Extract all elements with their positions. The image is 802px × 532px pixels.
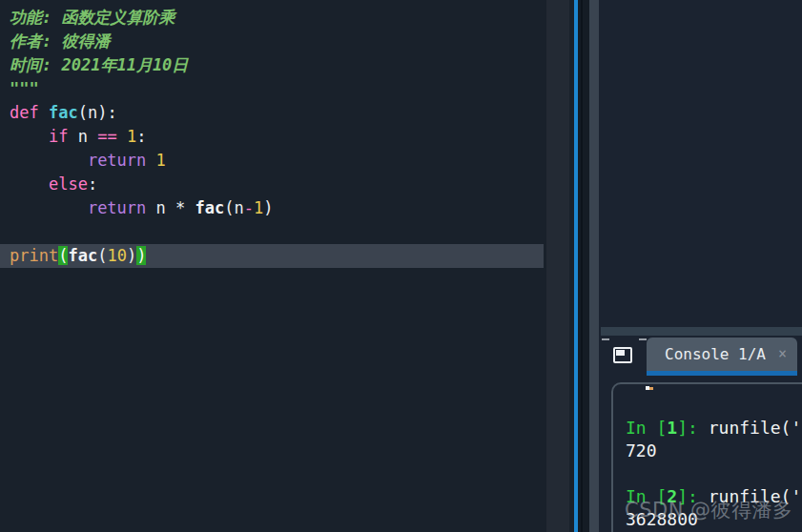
panel-header-strip[interactable] [601,327,802,336]
token-tx [10,174,49,194]
token-kw2: return [88,198,146,217]
scrolled-text-remnant [649,387,653,390]
current-code-line: print(fac(10)) [0,244,544,268]
code-line: if n == 1: [0,125,544,149]
token-kw: - [244,198,254,217]
token-fnc: fac [68,246,97,265]
token-tx: : [88,174,97,194]
tab-label: Console 1/A [665,345,766,363]
console-line: 3628800 [626,508,801,531]
token-bi: print [10,246,58,265]
comment-text: 功能: 函数定义算阶乘 [10,8,175,27]
token-promptnum: 1 [667,418,677,438]
ide-window: 功能: 函数定义算阶乘作者: 彼得潘时间: 2021年11月10日"""def … [0,0,802,532]
token-kw: def [10,103,49,122]
tab-console-1a[interactable]: Console 1/A × [647,338,797,371]
browse-tabs-icon [613,347,632,363]
token-num: 1 [254,198,263,217]
token-tx [10,151,88,170]
pane-splitter[interactable] [589,0,599,532]
pane-gap-line [581,0,583,532]
token-brhl: ( [58,246,68,265]
token-fnc: fac [195,198,225,217]
code-line: 功能: 函数定义算阶乘 [0,6,544,30]
token-prompt: ]: [677,486,709,506]
browse-tabs-icon [616,350,625,356]
scrolled-text-remnant [646,386,653,390]
panel-corner-mark [639,338,647,340]
token-tx: : [136,127,146,146]
token-tx [117,127,127,146]
code-line: 作者: 彼得潘 [0,30,544,53]
token-tx: n [68,127,97,146]
token-out: runfile(' [709,418,802,438]
token-tx [10,198,88,217]
token-kw: if [49,127,68,146]
pane-gap [578,0,589,532]
console-line: In [1]: runfile(' [626,417,801,440]
comment-text: 时间: 2021年11月10日 [10,55,188,74]
token-fn: fac [49,103,78,122]
console-lines: In [1]: runfile('720In [2]: runfile('362… [626,417,801,531]
console-line [626,462,801,485]
token-prompt: ]: [677,418,709,438]
code-line: return n * fac(n-1) [0,196,544,220]
token-tx: ) [263,198,273,217]
token-tx: n [146,198,175,217]
token-tx: (n): [78,103,117,122]
token-num: 1 [127,127,136,146]
token-kw: else [49,174,88,194]
panel-corner-mark [602,338,609,340]
token-kw: == [97,127,116,146]
token-tx [146,151,155,170]
browse-tabs-button[interactable] [612,345,635,366]
token-out: runfile(' [709,486,802,506]
comment-text: 作者: 彼得潘 [10,31,110,51]
console-output[interactable]: In [1]: runfile('720In [2]: runfile('362… [611,382,802,532]
token-out: 720 [626,440,657,460]
editor-scrollbar[interactable] [546,0,569,532]
console-line: In [2]: runfile(' [626,485,801,508]
code-line [0,220,544,244]
code-line: else: [0,173,544,196]
console-line: 720 [626,440,801,462]
close-icon[interactable]: × [778,338,787,371]
code-editor[interactable]: 功能: 函数定义算阶乘作者: 彼得潘时间: 2021年11月10日"""def … [0,0,546,532]
token-brhl: ) [136,246,146,265]
token-tx [10,127,49,146]
tab-active-underline [647,371,797,376]
code-line: def fac(n): [0,101,544,125]
token-tx: * [175,198,195,217]
token-prompt: In [ [626,486,667,506]
token-prompt: In [ [626,418,667,438]
code-line: """ [0,77,544,101]
token-promptnum: 2 [667,486,677,506]
token-tx: (n [224,198,243,217]
token-num: 10 [107,246,126,265]
code-line: return 1 [0,149,544,173]
code-line: 时间: 2021年11月10日 [0,53,544,77]
token-num: 1 [156,151,166,170]
comment-text: """ [10,79,39,98]
code-editor-lines: 功能: 函数定义算阶乘作者: 彼得潘时间: 2021年11月10日"""def … [0,6,544,268]
token-tx: ( [97,246,107,265]
token-kw2: return [88,151,146,170]
token-tx: ) [127,246,136,265]
token-out: 3628800 [626,509,698,529]
